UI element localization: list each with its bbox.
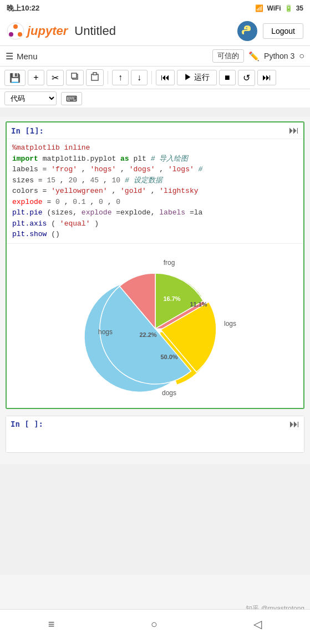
back-nav-button[interactable]: ◁: [242, 615, 273, 633]
menu-left[interactable]: ☰ Menu: [6, 51, 38, 62]
keyboard-shortcut-button[interactable]: ⌨: [61, 92, 82, 105]
svg-point-1: [13, 24, 18, 29]
code-cell-1: In [1]: ⏭ %matplotlib inline import matp…: [6, 121, 304, 409]
cell-type-select[interactable]: 代码 Markdown Raw: [4, 91, 57, 105]
code-line-1: %matplotlib inline: [12, 142, 298, 154]
cell-1-code[interactable]: %matplotlib inline import matplotlib.pyp…: [7, 139, 303, 243]
bottom-nav: ≡ ○ ◁: [0, 609, 310, 644]
code-cell-2: In [ ]: ⏭: [6, 416, 304, 453]
cell-1-header: In [1]: ⏭: [7, 122, 303, 139]
cell-type-bar: 代码 Markdown Raw ⌨: [0, 89, 310, 108]
code-line-3: labels = 'frog' , 'hogs' , 'dogs' , 'log…: [12, 164, 298, 175]
copy-icon: [71, 73, 79, 80]
header-left: jupyter Untitled: [7, 22, 116, 40]
divider: [0, 108, 310, 117]
jupyter-text: jupyter: [27, 24, 68, 38]
battery-icon: 🔋: [284, 4, 293, 12]
toolbar-separator-2: [151, 71, 152, 84]
menu-nav-button[interactable]: ≡: [37, 616, 66, 633]
fast-forward-button[interactable]: ⏭: [257, 70, 276, 85]
label-frog: frog: [163, 259, 175, 267]
status-icons: 📶 WiFi 🔋 35: [255, 4, 303, 12]
paste-icon: [91, 72, 99, 81]
menu-right: 可信的 ✏️ Python 3 ○: [212, 49, 304, 63]
cell-2-label: In [ ]:: [11, 420, 43, 428]
code-line-5: colors = 'yellowgreen' , 'gold' , 'light…: [12, 186, 298, 197]
toolbar: 💾 + ✂ ↑ ↓ ⏮ ▶ 运行 ■ ↺ ⏭: [0, 67, 310, 89]
cell-container: In [1]: ⏭ %matplotlib inline import matp…: [0, 117, 310, 464]
stop-button[interactable]: ■: [219, 70, 236, 85]
cell-2-input[interactable]: [6, 432, 304, 452]
pie-chart: frog hogs dogs logs 16.7% 22.2% 50.0% 11…: [61, 248, 250, 403]
trusted-badge[interactable]: 可信的: [212, 49, 244, 63]
magic-keyword: %matplotlib inline: [12, 144, 90, 152]
pct-dogs: 50.0%: [160, 354, 177, 360]
svg-point-3: [9, 32, 13, 37]
home-nav-button[interactable]: ○: [140, 616, 169, 633]
wifi-icon: WiFi: [267, 4, 281, 12]
paste-button[interactable]: [86, 69, 104, 86]
cell-1-output: frog hogs dogs logs 16.7% 22.2% 50.0% 11…: [7, 243, 303, 408]
code-line-9: plt.show (): [12, 229, 298, 240]
jupyter-logo-icon: [7, 22, 24, 40]
time-display: 晚上10:22: [7, 3, 39, 13]
cell-2-run-icon[interactable]: ⏭: [289, 418, 299, 430]
code-line-6: explode = 0 , 0.1 , 0 , 0: [12, 197, 298, 208]
code-line-4: sizes = 15 , 20 , 45 , 10 # 设定数据: [12, 175, 298, 186]
code-line-7: plt.pie (sizes, explode =explode, labels…: [12, 207, 298, 218]
restart-button[interactable]: ↺: [238, 70, 255, 86]
signal-icon: 📶: [255, 4, 263, 12]
run-button[interactable]: ▶ 运行: [177, 70, 217, 85]
code-line-2: import matplotlib.pyplot as plt # 导入绘图: [12, 154, 298, 165]
cut-button[interactable]: ✂: [47, 70, 64, 86]
python-logo-icon: [241, 24, 254, 38]
label-logs: logs: [223, 320, 236, 328]
cell-1-label: In [1]:: [11, 126, 44, 135]
edit-icon[interactable]: ✏️: [248, 51, 260, 62]
battery-level: 35: [296, 4, 303, 12]
notebook-title: Untitled: [74, 24, 116, 38]
add-cell-button[interactable]: +: [28, 70, 44, 85]
label-hogs: hogs: [98, 328, 112, 336]
menu-bar: ☰ Menu 可信的 ✏️ Python 3 ○: [0, 46, 310, 67]
cell-1-run-icon[interactable]: ⏭: [289, 125, 299, 136]
jupyter-logo: jupyter: [7, 22, 68, 40]
gray-area: [0, 464, 310, 575]
python-logo: [237, 21, 257, 41]
kernel-status-icon: ○: [299, 51, 304, 61]
svg-point-2: [18, 32, 22, 37]
header-right: Logout: [237, 21, 303, 41]
pct-frog: 16.7%: [163, 295, 180, 302]
logout-button[interactable]: Logout: [263, 23, 303, 39]
pct-hogs: 22.2%: [139, 331, 156, 338]
label-dogs: dogs: [161, 389, 176, 397]
save-button[interactable]: 💾: [4, 70, 26, 86]
menu-label: Menu: [17, 52, 38, 61]
cell-2-header: In [ ]: ⏭: [6, 416, 304, 432]
header: jupyter Untitled Logout: [0, 17, 310, 46]
skip-icon[interactable]: ⏮: [156, 70, 175, 85]
move-up-button[interactable]: ↑: [112, 70, 129, 85]
code-line-8: plt.axis ( 'equal' ): [12, 218, 298, 229]
toolbar-separator: [108, 71, 108, 84]
copy-button[interactable]: [66, 70, 84, 85]
kernel-info: Python 3: [264, 52, 294, 60]
status-bar: 晚上10:22 📶 WiFi 🔋 35: [0, 0, 310, 17]
hamburger-icon: ☰: [6, 51, 13, 62]
svg-rect-5: [72, 73, 77, 78]
move-down-button[interactable]: ↓: [131, 70, 148, 85]
svg-rect-7: [93, 73, 96, 75]
pct-logs: 11.1%: [190, 301, 207, 308]
